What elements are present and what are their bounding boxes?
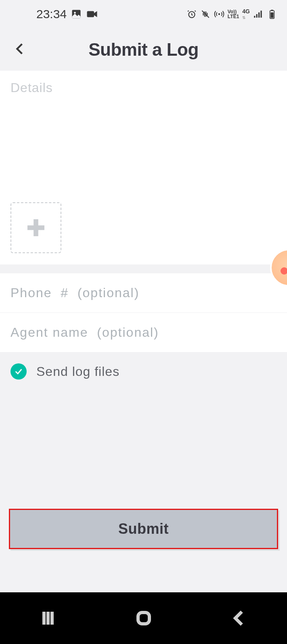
network-4g-icon: 4G⇅ (242, 8, 250, 20)
submit-button[interactable]: Submit (9, 509, 278, 549)
details-input[interactable] (10, 80, 277, 190)
svg-point-4 (218, 13, 220, 15)
status-time: 23:34 (36, 7, 67, 21)
send-log-files-checkbox[interactable] (10, 363, 27, 380)
svg-rect-17 (138, 613, 149, 624)
app-header: Submit a Log (0, 28, 287, 71)
svg-point-1 (74, 12, 76, 14)
home-icon[interactable] (134, 608, 153, 628)
send-log-files-row[interactable]: Send log files (0, 352, 287, 391)
video-icon (86, 8, 98, 20)
status-right: Vo))LTE1 4G⇅ (186, 8, 277, 20)
phone-row (0, 273, 287, 313)
vibrate-icon (200, 9, 211, 19)
svg-rect-7 (258, 13, 260, 18)
svg-rect-5 (254, 16, 255, 17)
recents-icon[interactable] (38, 608, 58, 628)
phone-input[interactable] (10, 285, 277, 300)
battery-icon (267, 9, 277, 19)
submit-label: Submit (118, 520, 169, 537)
system-navbar (0, 592, 287, 644)
svg-rect-2 (87, 11, 94, 17)
hotspot-icon (214, 9, 224, 19)
chevron-left-icon (13, 42, 27, 56)
alarm-icon (186, 9, 197, 19)
check-icon (14, 367, 23, 376)
plus-icon (25, 216, 47, 239)
submit-wrap: Submit (9, 509, 278, 549)
back-icon[interactable] (230, 608, 249, 628)
page-title: Submit a Log (0, 40, 287, 60)
agent-row (0, 313, 287, 352)
section-spacer (0, 264, 287, 273)
volte-icon: Vo))LTE1 (228, 9, 239, 19)
back-button[interactable] (10, 38, 31, 61)
status-left: 23:34 (36, 7, 98, 21)
svg-rect-8 (260, 10, 262, 17)
add-attachment-button[interactable] (10, 202, 61, 253)
signal-icon (253, 9, 264, 19)
photo-icon (71, 8, 82, 20)
svg-rect-10 (270, 13, 274, 18)
agent-name-input[interactable] (10, 325, 277, 340)
details-panel (0, 71, 287, 264)
svg-rect-6 (256, 14, 258, 18)
status-bar: 23:34 Vo))LTE1 4G⇅ (0, 0, 287, 28)
send-log-files-label: Send log files (36, 364, 119, 379)
svg-rect-11 (271, 10, 273, 10)
